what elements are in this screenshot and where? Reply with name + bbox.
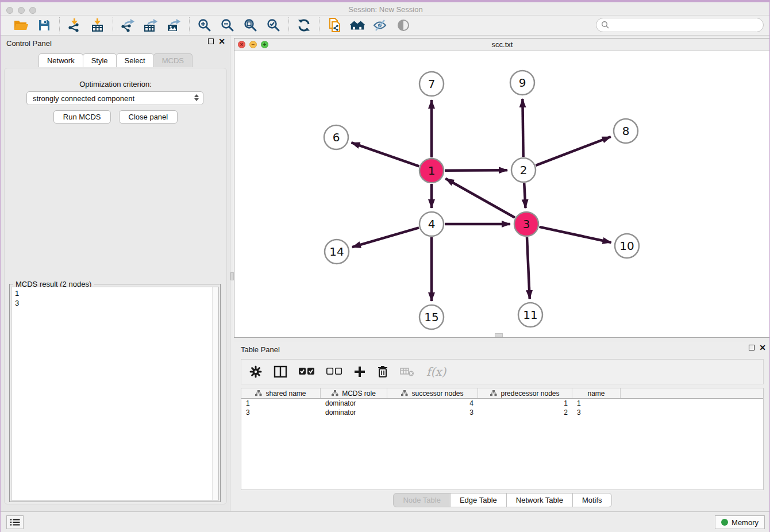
tab-network-table[interactable]: Network Table <box>506 493 573 507</box>
memory-status-icon <box>721 519 728 526</box>
export-image-icon[interactable] <box>166 18 182 33</box>
column-header-successor-nodes[interactable]: successor nodes <box>387 388 478 398</box>
result-scrollbar[interactable] <box>212 287 218 500</box>
tab-node-table[interactable]: Node Table <box>393 493 451 507</box>
column-header-shared-name[interactable]: shared name <box>241 388 321 398</box>
network-window-titlebar[interactable]: × − + scc.txt <box>234 38 770 51</box>
edge-3-10[interactable] <box>539 227 611 242</box>
edge-3-1[interactable] <box>445 179 515 218</box>
table-row[interactable]: 1dominator411 <box>241 399 763 408</box>
edge-1-6[interactable] <box>351 142 419 166</box>
edge-2-8[interactable] <box>536 137 610 165</box>
zoom-fit-icon[interactable] <box>242 18 259 33</box>
network-window: × − + scc.txt 7968124314101511 <box>234 38 770 338</box>
control-panel-title: Control Panel <box>6 39 52 48</box>
show-columns-icon[interactable] <box>274 363 287 380</box>
node-label-6: 6 <box>333 130 340 144</box>
add-row-icon[interactable] <box>354 363 365 380</box>
control-panel-tabs: NetworkStyleSelectMCDS <box>1 53 230 67</box>
table-toolbar: f(x) <box>241 359 764 384</box>
save-session-icon[interactable] <box>36 18 52 33</box>
float-table-panel-icon[interactable] <box>749 345 754 350</box>
show-tasks-button[interactable] <box>6 515 24 529</box>
table-tabs: Node TableEdge TableNetwork TableMotifs <box>234 493 770 507</box>
column-header-predecessor-nodes[interactable]: predecessor nodes <box>478 388 572 398</box>
hide-graphics-details-icon[interactable] <box>372 18 388 33</box>
control-panel: Control Panel ✕ NetworkStyleSelectMCDS O… <box>1 36 230 511</box>
column-header-MCDS-role[interactable]: MCDS role <box>321 388 387 398</box>
node-label-10: 10 <box>619 239 634 253</box>
edge-2-9[interactable] <box>522 99 523 157</box>
delete-row-icon[interactable] <box>377 363 388 380</box>
network-graph: 7968124314101511 <box>234 51 770 337</box>
deselect-all-icon[interactable] <box>326 363 342 380</box>
main-toolbar <box>1 16 770 36</box>
tab-select[interactable]: Select <box>116 53 154 67</box>
column-type-icon <box>255 390 262 396</box>
titlebar: Session: New Session <box>1 0 770 16</box>
criterion-select[interactable]: strongly connected component <box>26 91 203 105</box>
import-table-icon[interactable] <box>90 18 106 33</box>
search-box[interactable] <box>596 18 764 32</box>
tab-network[interactable]: Network <box>38 53 83 67</box>
open-session-icon[interactable] <box>13 18 29 33</box>
cell-shared-name[interactable]: 1 <box>241 399 321 408</box>
zoom-out-icon[interactable] <box>220 18 236 33</box>
cell-predecessor-nodes[interactable]: 2 <box>478 408 572 417</box>
home-icon[interactable] <box>349 18 365 33</box>
edge-2-3[interactable] <box>524 183 525 208</box>
select-all-icon[interactable] <box>299 363 315 380</box>
node-label-9: 9 <box>519 76 526 90</box>
run-mcds-button[interactable]: Run MCDS <box>53 110 111 124</box>
import-network-icon[interactable] <box>67 18 83 33</box>
close-panel-icon[interactable]: ✕ <box>218 38 225 44</box>
node-label-3: 3 <box>523 217 530 231</box>
optimization-criterion-label: Optimization criterion: <box>5 80 226 88</box>
delete-table-icon[interactable] <box>400 363 415 380</box>
cell-shared-name[interactable]: 3 <box>241 408 321 417</box>
node-label-2: 2 <box>520 163 528 177</box>
memory-button[interactable]: Memory <box>715 515 765 529</box>
node-label-8: 8 <box>622 124 630 138</box>
settings-icon[interactable] <box>249 363 262 380</box>
cell-successor-nodes[interactable]: 4 <box>387 399 478 408</box>
table-panel-header: Table Panel ✕ <box>234 342 770 358</box>
float-panel-icon[interactable] <box>208 38 214 44</box>
network-resize-handle[interactable] <box>495 333 503 337</box>
cell-successor-nodes[interactable]: 3 <box>387 408 478 417</box>
edge-1-2[interactable] <box>445 170 507 171</box>
apply-layout-icon[interactable] <box>296 18 312 33</box>
edge-4-14[interactable] <box>352 228 419 247</box>
mcds-result-text[interactable]: 1 3 <box>11 287 219 500</box>
node-label-11: 11 <box>523 308 537 322</box>
clone-network-icon[interactable] <box>326 18 342 33</box>
cell-name[interactable]: 1 <box>572 399 621 408</box>
node-label-1: 1 <box>428 164 436 178</box>
tab-style[interactable]: Style <box>83 53 117 67</box>
zoom-selected-icon[interactable] <box>265 18 282 33</box>
function-builder-icon[interactable]: f(x) <box>426 363 446 380</box>
toggle-graphics-details-icon[interactable] <box>395 18 411 33</box>
tab-mcds[interactable]: MCDS <box>153 53 192 67</box>
column-header-name[interactable]: name <box>572 388 621 398</box>
column-type-icon <box>332 390 338 396</box>
export-table-icon[interactable] <box>143 18 159 33</box>
close-panel-button[interactable]: Close panel <box>119 110 178 124</box>
control-panel-header: Control Panel ✕ <box>1 36 230 52</box>
node-table: shared nameMCDS rolesuccessor nodesprede… <box>241 388 764 490</box>
edge-3-11[interactable] <box>527 237 530 299</box>
zoom-in-icon[interactable] <box>197 18 213 33</box>
close-table-panel-icon[interactable]: ✕ <box>759 345 766 350</box>
search-input[interactable] <box>610 20 763 31</box>
table-row[interactable]: 3dominator323 <box>241 408 763 417</box>
export-network-icon[interactable] <box>120 18 136 33</box>
cell-predecessor-nodes[interactable]: 1 <box>478 399 572 408</box>
network-canvas[interactable]: 7968124314101511 <box>234 51 770 337</box>
cell-MCDS-role[interactable]: dominator <box>321 399 387 408</box>
node-label-7: 7 <box>428 77 436 91</box>
cell-name[interactable]: 3 <box>572 408 621 417</box>
cell-MCDS-role[interactable]: dominator <box>321 408 387 417</box>
tab-motifs[interactable]: Motifs <box>572 493 612 507</box>
search-icon <box>601 21 610 29</box>
tab-edge-table[interactable]: Edge Table <box>450 493 507 507</box>
